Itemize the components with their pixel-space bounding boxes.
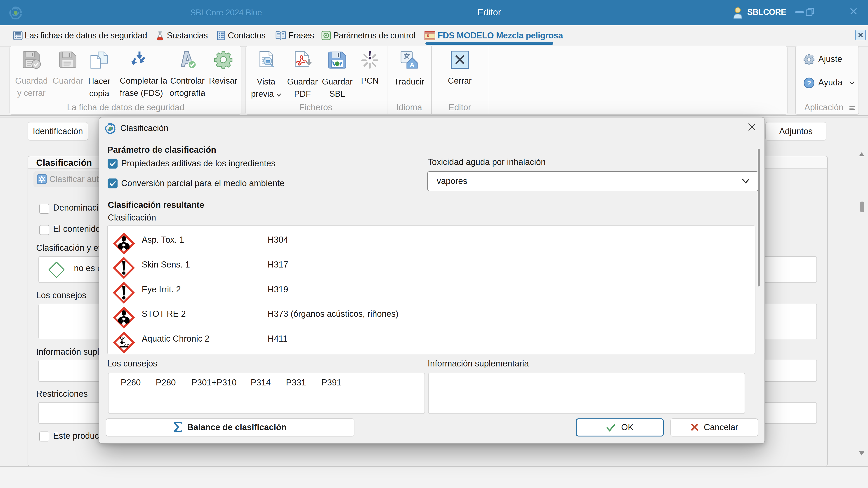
svg-text:A: A (410, 61, 414, 68)
svg-text:?: ? (807, 79, 811, 87)
